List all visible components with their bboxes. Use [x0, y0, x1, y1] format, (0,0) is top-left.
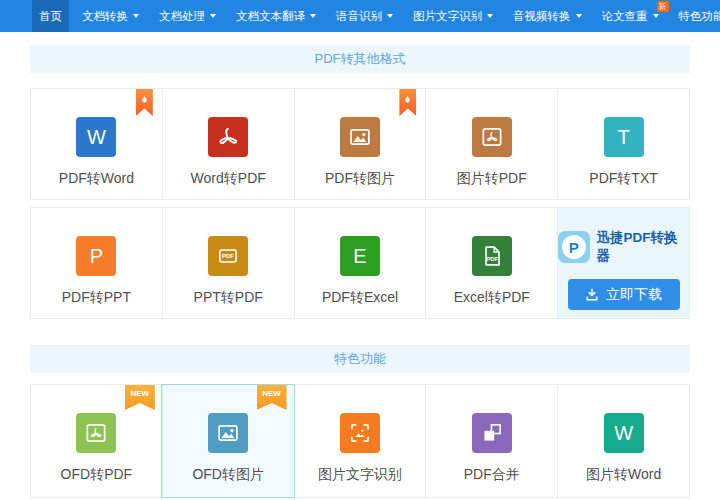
pdf-outline-icon — [472, 117, 512, 157]
tool-label: PDF转Word — [59, 170, 134, 188]
nav-item-speech-recognition[interactable]: 语音识别 — [329, 0, 400, 32]
new-ribbon-badge: NEW — [257, 385, 287, 410]
nav-item-doc-convert[interactable]: 文档转换 — [75, 0, 146, 32]
tool-label: 图片文字识别 — [318, 466, 402, 484]
acrobat-icon — [208, 117, 248, 157]
tool-label: PPT转PDF — [194, 289, 263, 307]
tool-label: PDF转Excel — [322, 289, 398, 307]
nav-item-av-convert[interactable]: 音视频转换 — [506, 0, 589, 32]
tool-pdf-merge[interactable]: PDF合并 — [425, 385, 557, 497]
icon-letter: P — [90, 246, 103, 266]
chevron-down-icon — [210, 14, 216, 18]
brand-name: 迅捷PDF转换器 — [597, 229, 689, 265]
merge-squares-icon — [472, 413, 512, 453]
txt-letter-icon: T — [604, 117, 644, 157]
nav-item-label: 文档转换 — [82, 9, 128, 24]
new-ribbon-badge: NEW — [125, 385, 155, 410]
tool-label: PDF转TXT — [589, 170, 657, 188]
nav-item-label: 首页 — [39, 9, 62, 24]
chevron-down-icon — [576, 14, 582, 18]
tool-pdf-to-excel[interactable]: E PDF转Excel — [294, 208, 426, 318]
pdf-glyph-text: PDF — [486, 256, 498, 262]
tool-word-to-pdf[interactable]: Word转PDF — [162, 89, 294, 199]
pdf-card-icon: PDF — [208, 236, 248, 276]
new-ribbon-text: NEW — [262, 389, 281, 398]
tool-ofd-to-pdf[interactable]: NEW OFD转PDF — [31, 385, 162, 497]
new-badge: 新 — [657, 1, 669, 12]
section-title-text: 特色功能 — [334, 350, 386, 368]
top-navbar: 首页 文档转换 文档处理 文档文本翻译 语音识别 图片文字识别 音视频转换 论文… — [0, 0, 720, 32]
word-letter-icon: W — [604, 413, 644, 453]
logo-circle: P — [562, 235, 586, 259]
tool-pdf-to-word[interactable]: W PDF转Word — [31, 89, 162, 199]
word-letter-icon: W — [76, 117, 116, 157]
chevron-down-icon — [653, 14, 659, 18]
download-button[interactable]: 立即下载 — [568, 279, 680, 310]
ppt-letter-icon: P — [76, 236, 116, 276]
hot-flame-badge — [399, 89, 416, 116]
download-icon — [585, 288, 599, 302]
nav-item-doc-process[interactable]: 文档处理 — [152, 0, 223, 32]
tool-label: PDF转PPT — [62, 289, 131, 307]
nav-item-special-features[interactable]: 特色功能 — [672, 0, 720, 32]
tool-row-3: NEW OFD转PDF NEW OFD转图片 — [30, 384, 690, 498]
tool-label: 图片转Word — [586, 466, 661, 484]
nav-item-label: 文档文本翻译 — [236, 9, 305, 24]
nav-item-label: 音视频转换 — [513, 9, 571, 24]
tool-pdf-to-ppt[interactable]: P PDF转PPT — [31, 208, 162, 318]
chevron-down-icon — [487, 14, 493, 18]
hot-flame-badge — [136, 89, 153, 116]
nav-item-paper-check[interactable]: 论文查重 新 — [595, 0, 666, 32]
tool-label: OFD转图片 — [192, 466, 264, 484]
tool-pdf-to-txt[interactable]: T PDF转TXT — [557, 89, 689, 199]
icon-letter: T — [617, 127, 629, 147]
nav-item-home[interactable]: 首页 — [32, 0, 69, 32]
flame-icon — [139, 93, 150, 106]
nav-item-label: 文档处理 — [159, 9, 205, 24]
tool-pdf-to-image[interactable]: PDF转图片 — [294, 89, 426, 199]
nav-item-label: 语音识别 — [336, 9, 382, 24]
xunjie-logo-icon: P — [558, 231, 589, 263]
app-promo-cell: P 迅捷PDF转换器 立即下载 — [557, 208, 689, 318]
chevron-down-icon — [310, 14, 316, 18]
ocr-scan-icon — [340, 413, 380, 453]
icon-letter: W — [87, 127, 106, 147]
icon-letter: E — [353, 246, 366, 266]
image-icon — [208, 413, 248, 453]
nav-item-label: 图片文字识别 — [413, 9, 482, 24]
pdf-glyph-text: PDF — [222, 253, 234, 259]
section-title-text: PDF转其他格式 — [315, 50, 406, 68]
nav-item-image-ocr[interactable]: 图片文字识别 — [406, 0, 500, 32]
nav-item-doc-translate[interactable]: 文档文本翻译 — [229, 0, 323, 32]
logo-letter: P — [569, 240, 579, 255]
tool-label: Excel转PDF — [454, 289, 530, 307]
tool-label: PDF转图片 — [325, 170, 395, 188]
section-title-special-features: 特色功能 — [30, 345, 690, 373]
tool-ppt-to-pdf[interactable]: PDF PPT转PDF — [162, 208, 294, 318]
brand-row: P 迅捷PDF转换器 — [558, 229, 689, 265]
tool-label: Word转PDF — [191, 170, 266, 188]
tool-ofd-to-image[interactable]: NEW OFD转图片 — [162, 385, 294, 497]
tool-row-1: W PDF转Word Word转PDF — [30, 88, 690, 200]
tool-excel-to-pdf[interactable]: PDF Excel转PDF — [425, 208, 557, 318]
section-title-pdf-to-other: PDF转其他格式 — [30, 45, 690, 73]
tool-label: 图片转PDF — [457, 170, 527, 188]
pdf-page-icon: PDF — [472, 236, 512, 276]
excel-letter-icon: E — [340, 236, 380, 276]
tool-label: PDF合并 — [464, 466, 520, 484]
nav-item-label: 论文查重 — [602, 9, 648, 24]
image-icon — [340, 117, 380, 157]
download-label: 立即下载 — [606, 286, 662, 304]
tool-image-to-word[interactable]: W 图片转Word — [557, 385, 689, 497]
tool-label: OFD转PDF — [61, 466, 133, 484]
tool-row-2: P PDF转PPT PDF PPT转PDF E PDF转Excel — [30, 207, 690, 319]
tool-image-to-pdf[interactable]: 图片转PDF — [425, 89, 557, 199]
chevron-down-icon — [387, 14, 393, 18]
icon-letter: W — [614, 423, 633, 443]
tool-image-ocr[interactable]: 图片文字识别 — [294, 385, 426, 497]
pdf-outline-icon — [76, 413, 116, 453]
new-ribbon-text: NEW — [130, 389, 149, 398]
chevron-down-icon — [133, 14, 139, 18]
flame-icon — [402, 93, 413, 106]
nav-item-label: 特色功能 — [679, 9, 720, 24]
